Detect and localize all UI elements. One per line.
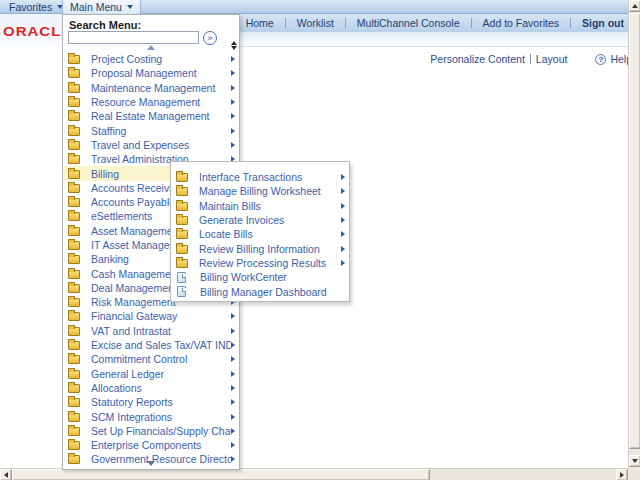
nav-link[interactable]: Worklist (274, 17, 334, 29)
submenu-arrow-icon (231, 356, 235, 362)
folder-icon (68, 170, 80, 179)
folder-icon (68, 327, 80, 336)
menu-scroll-up-icon[interactable] (147, 45, 155, 50)
menu-scroll-down-icon[interactable] (147, 461, 155, 466)
submenu-arrow-icon (231, 85, 235, 91)
folder-icon (68, 69, 80, 78)
folder-icon (68, 241, 80, 250)
personalize-content-link[interactable]: Personalize Content (430, 53, 525, 65)
folder-icon (68, 341, 80, 350)
menu-item[interactable]: Set Up Financials/Supply Chain (63, 424, 239, 438)
menu-item[interactable]: General Ledger (63, 367, 239, 381)
menu-item-label: Proposal Management (91, 67, 231, 79)
help-link[interactable]: ? Help (595, 53, 632, 65)
submenu-arrow-icon (341, 246, 345, 252)
scroll-down-button[interactable] (629, 455, 640, 467)
nav-link[interactable]: Sign out (559, 17, 624, 29)
vertical-scrollbar[interactable] (628, 0, 640, 468)
nav-link[interactable]: Add to Favorites (460, 17, 559, 29)
submenu-arrow-icon (341, 260, 345, 266)
submenu-arrow-icon (341, 188, 345, 194)
main-menu-tab-label: Main Menu (70, 1, 122, 13)
oracle-logo-text: ORACLE (3, 24, 62, 39)
submenu-item-label: Maintain Bills (199, 200, 341, 212)
content-header-links: Personalize Content Layout ? Help (430, 53, 632, 65)
submenu-item[interactable]: Manage Billing Worksheet (171, 184, 349, 198)
menu-item[interactable]: Enterprise Components (63, 438, 239, 452)
search-menu-label: Search Menu: (69, 19, 141, 31)
menu-item[interactable]: Project Costing (63, 52, 239, 66)
brand-logo: ORACLE (0, 14, 62, 47)
submenu-item[interactable]: Locate Bills (171, 227, 349, 241)
divider (530, 54, 531, 64)
menu-search-input[interactable] (68, 31, 199, 44)
right-arrow-icon (620, 472, 624, 478)
vertical-scroll-thumb[interactable] (629, 13, 640, 449)
menu-resize-handle-icon[interactable] (231, 41, 237, 50)
menu-item[interactable]: VAT and Intrastat (63, 324, 239, 338)
menu-item-label: Commitment Control (91, 353, 231, 365)
menu-item[interactable]: Travel and Expenses (63, 138, 239, 152)
submenu-item[interactable]: Billing Manager Dashboard (171, 284, 349, 298)
main-menu-tab[interactable]: Main Menu (62, 0, 141, 14)
resize-down-icon (231, 46, 237, 50)
folder-icon (68, 255, 80, 264)
submenu-item-label: Manage Billing Worksheet (199, 185, 341, 197)
submenu-item[interactable]: Interface Transactions (171, 170, 349, 184)
menu-item[interactable]: Resource Management (63, 95, 239, 109)
menu-item-label: Staffing (91, 125, 231, 137)
submenu-item[interactable]: Review Processing Results (171, 256, 349, 270)
submenu-item[interactable]: Generate Invoices (171, 213, 349, 227)
submenu-item[interactable]: Maintain Bills (171, 199, 349, 213)
billing-submenu: Interface Transactions Manage Billing Wo… (170, 161, 350, 302)
menu-item-label: Enterprise Components (91, 439, 231, 451)
folder-icon (68, 141, 80, 150)
folder-icon (68, 284, 80, 293)
layout-link[interactable]: Layout (536, 53, 568, 65)
submenu-arrow-icon (231, 70, 235, 76)
menu-item[interactable]: SCM Integrations (63, 409, 239, 423)
submenu-item[interactable]: Review Billing Information (171, 241, 349, 255)
menu-item[interactable]: Allocations (63, 381, 239, 395)
up-arrow-icon (632, 4, 638, 8)
scrollbar-corner (628, 468, 640, 480)
menu-item[interactable]: Financial Gateway (63, 309, 239, 323)
submenu-arrow-icon (231, 399, 235, 405)
submenu-item-label: Locate Bills (199, 228, 341, 240)
menu-item[interactable]: Staffing (63, 123, 239, 137)
horizontal-scroll-thumb[interactable] (12, 469, 430, 480)
left-arrow-icon (4, 472, 8, 478)
submenu-arrow-icon (231, 328, 235, 334)
menu-item-label: Resource Management (91, 96, 231, 108)
submenu-item[interactable]: Billing WorkCenter (171, 270, 349, 284)
submenu-arrow-icon (231, 385, 235, 391)
folder-icon (68, 455, 80, 464)
menu-item[interactable]: Maintenance Management (63, 81, 239, 95)
menu-item[interactable]: Proposal Management (63, 66, 239, 80)
menu-item[interactable]: Statutory Reports (63, 395, 239, 409)
menu-item[interactable]: Real Estate Management (63, 109, 239, 123)
submenu-arrow-icon (231, 442, 235, 448)
scroll-right-button[interactable] (616, 469, 628, 480)
item-icon (176, 173, 188, 182)
scroll-up-button[interactable] (629, 0, 640, 12)
personalize-links: Personalize Content Layout (430, 53, 567, 65)
folder-icon (68, 112, 80, 121)
submenu-item-label: Review Billing Information (199, 243, 341, 255)
nav-link-label: Worklist (297, 17, 334, 29)
page-icon (177, 286, 186, 297)
menu-item[interactable]: Excise and Sales Tax/VAT IND (63, 338, 239, 352)
folder-icon (68, 227, 80, 236)
header-nav-links: Home Worklist MultiChannel Console Add t… (204, 14, 624, 32)
favorites-tab[interactable]: Favorites (2, 0, 71, 14)
scroll-left-button[interactable] (0, 469, 12, 480)
nav-link-label: Sign out (582, 17, 624, 29)
down-arrow-icon (632, 459, 638, 463)
page-icon (177, 272, 186, 283)
search-go-button[interactable]: » (203, 31, 217, 45)
nav-link[interactable]: MultiChannel Console (334, 17, 460, 29)
menu-item[interactable]: Commitment Control (63, 352, 239, 366)
submenu-item-label: Review Processing Results (199, 257, 341, 269)
nav-link[interactable]: Home (246, 17, 274, 29)
nav-link-label: Add to Favorites (483, 17, 559, 29)
